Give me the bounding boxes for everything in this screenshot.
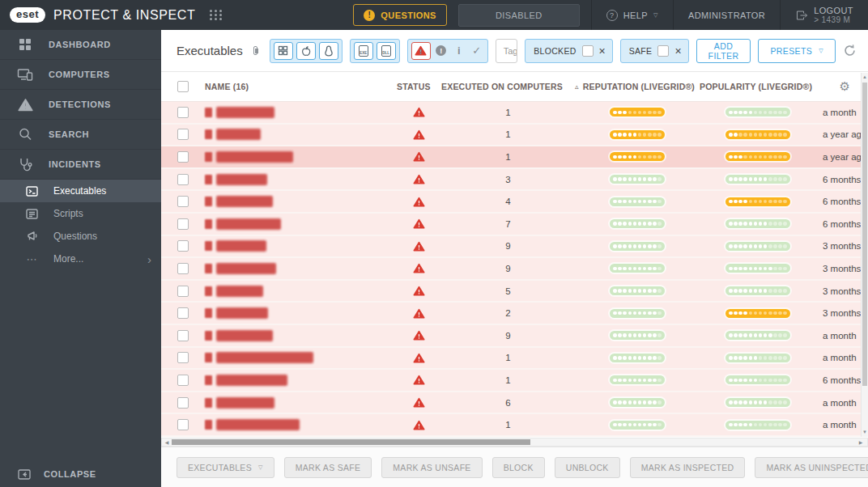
safe-filter-icon[interactable]: ✓ xyxy=(470,44,484,57)
help-menu[interactable]: ? HELP ▽ xyxy=(592,0,673,30)
table-row[interactable]: 93 months xyxy=(161,236,868,259)
table-row[interactable]: 36 months xyxy=(161,169,868,192)
filter-chip-blocked[interactable]: BLOCKED× xyxy=(525,39,612,63)
panel-toggle-icon[interactable] xyxy=(253,46,257,55)
row-checkbox[interactable] xyxy=(177,196,189,207)
table-row[interactable]: 1a month xyxy=(161,414,868,437)
vertical-scrollbar[interactable]: ▲ ▼ xyxy=(861,73,868,437)
column-header-name[interactable]: NAME (16) xyxy=(205,82,397,91)
column-header-computers[interactable]: EXECUTED ON COMPUTERS xyxy=(441,82,575,91)
logout-button[interactable]: LOGOUT > 1439 M xyxy=(781,0,868,30)
administrator-menu[interactable]: ADMINISTRATOR xyxy=(674,0,780,30)
mark-as-inspected-button[interactable]: MARK AS INSPECTED xyxy=(630,457,746,478)
apps-grid-icon[interactable] xyxy=(210,10,223,20)
refresh-icon[interactable] xyxy=(843,44,857,57)
redacted-name[interactable] xyxy=(216,151,293,163)
filter-checkbox[interactable] xyxy=(657,45,669,57)
add-filter-button[interactable]: ADD FILTER xyxy=(696,39,751,63)
disabled-button[interactable]: DISABLED xyxy=(458,4,580,27)
table-row[interactable]: 6a month xyxy=(161,392,868,415)
scroll-up-icon[interactable]: ▲ xyxy=(862,73,868,82)
row-checkbox[interactable] xyxy=(177,419,189,430)
row-checkbox[interactable] xyxy=(177,151,189,163)
redacted-name[interactable] xyxy=(216,240,266,252)
close-icon[interactable]: × xyxy=(599,45,606,57)
table-row[interactable]: 1a month xyxy=(161,102,868,125)
horizontal-scrollbar[interactable]: ◀ ▶ xyxy=(161,438,868,447)
vertical-scrollbar-thumb[interactable] xyxy=(862,83,867,386)
tags-dropdown[interactable]: Tags... ▽ xyxy=(496,39,518,63)
row-checkbox[interactable] xyxy=(177,286,189,297)
scroll-left-icon[interactable]: ◀ xyxy=(162,439,172,445)
row-checkbox[interactable] xyxy=(177,129,189,140)
redacted-name[interactable] xyxy=(216,286,263,297)
row-checkbox[interactable] xyxy=(177,263,189,274)
column-header-reputation[interactable]: ▵ REPUTATION (LIVEGRID®) xyxy=(575,82,700,91)
select-all-checkbox[interactable] xyxy=(177,81,189,92)
redacted-name[interactable] xyxy=(216,330,273,341)
sidebar-item-detections[interactable]: DETECTIONS xyxy=(0,90,161,120)
exe-file-icon[interactable]: EXE xyxy=(354,42,373,60)
executables-button[interactable]: EXECUTABLES▽ xyxy=(177,457,274,478)
filter-chip-safe[interactable]: SAFE× xyxy=(620,39,689,63)
unblock-button[interactable]: UNBLOCK xyxy=(555,457,620,478)
row-checkbox[interactable] xyxy=(177,218,189,230)
sidebar-item-more[interactable]: ⋯ More... › xyxy=(0,248,161,270)
redacted-name[interactable] xyxy=(216,263,276,274)
collapse-button[interactable]: COLLAPSE xyxy=(0,461,161,487)
row-checkbox[interactable] xyxy=(177,107,189,118)
row-checkbox[interactable] xyxy=(177,397,189,409)
row-checkbox[interactable] xyxy=(177,352,189,363)
windows-icon[interactable] xyxy=(274,42,293,60)
row-checkbox[interactable] xyxy=(177,307,189,319)
presets-button[interactable]: PRESETS ▽ xyxy=(758,39,836,63)
sidebar-item-scripts[interactable]: Scripts xyxy=(0,202,161,225)
table-row[interactable]: 1a month xyxy=(161,348,868,371)
mark-as-unsafe-button[interactable]: MARK AS UNSAFE xyxy=(381,457,482,478)
sidebar-item-executables[interactable]: Executables xyxy=(0,180,161,202)
sidebar-item-computers[interactable]: COMPUTERS xyxy=(0,60,161,90)
alert-filter-icon[interactable] xyxy=(411,42,431,60)
redacted-name[interactable] xyxy=(216,352,313,363)
settings-gear-icon[interactable]: ⚙ xyxy=(840,79,850,94)
dll-file-icon[interactable]: DLL xyxy=(377,42,396,60)
table-row[interactable]: 16 months xyxy=(161,370,868,392)
column-header-popularity[interactable]: POPULARITY (LIVEGRID®) xyxy=(700,82,816,91)
unsafe-filter-icon[interactable]: ! xyxy=(434,45,449,56)
redacted-name[interactable] xyxy=(216,375,287,386)
column-header-status[interactable]: STATUS xyxy=(397,82,441,91)
info-filter-icon[interactable]: i xyxy=(452,44,466,57)
redacted-name[interactable] xyxy=(216,307,268,319)
mark-as-safe-button[interactable]: MARK AS SAFE xyxy=(284,457,372,478)
row-checkbox[interactable] xyxy=(177,375,189,386)
sidebar-item-dashboard[interactable]: DASHBOARD xyxy=(0,30,161,60)
redacted-name[interactable] xyxy=(216,419,300,430)
redacted-name[interactable] xyxy=(216,218,281,230)
row-checkbox[interactable] xyxy=(177,174,189,185)
redacted-name[interactable] xyxy=(216,196,273,207)
block-button[interactable]: BLOCK xyxy=(492,457,545,478)
redacted-name[interactable] xyxy=(216,397,274,409)
table-row[interactable]: 76 months xyxy=(161,214,868,236)
row-checkbox[interactable] xyxy=(177,330,189,341)
table-row[interactable]: 93 months xyxy=(161,258,868,281)
table-row[interactable]: 1a year ago xyxy=(161,125,868,147)
apple-icon[interactable] xyxy=(296,42,316,60)
table-row[interactable]: 53 months xyxy=(161,281,868,303)
table-row[interactable]: 1a year ago xyxy=(161,146,868,169)
table-row[interactable]: 9a month xyxy=(161,325,868,348)
mark-as-uninspected-button[interactable]: MARK AS UNINSPECTED xyxy=(755,457,868,478)
redacted-name[interactable] xyxy=(216,107,274,118)
redacted-name[interactable] xyxy=(216,129,261,140)
questions-button[interactable]: ! QUESTIONS xyxy=(353,4,446,26)
table-row[interactable]: 23 months xyxy=(161,303,868,325)
linux-icon[interactable] xyxy=(319,42,338,60)
scroll-right-icon[interactable]: ▶ xyxy=(856,439,866,445)
sidebar-item-search[interactable]: SEARCH xyxy=(0,120,161,150)
table-row[interactable]: 46 months xyxy=(161,191,868,214)
close-icon[interactable]: × xyxy=(674,45,681,57)
row-checkbox[interactable] xyxy=(177,240,189,252)
sidebar-item-incidents[interactable]: INCIDENTS xyxy=(0,150,161,180)
redacted-name[interactable] xyxy=(216,174,267,185)
horizontal-scrollbar-thumb[interactable] xyxy=(172,439,530,445)
